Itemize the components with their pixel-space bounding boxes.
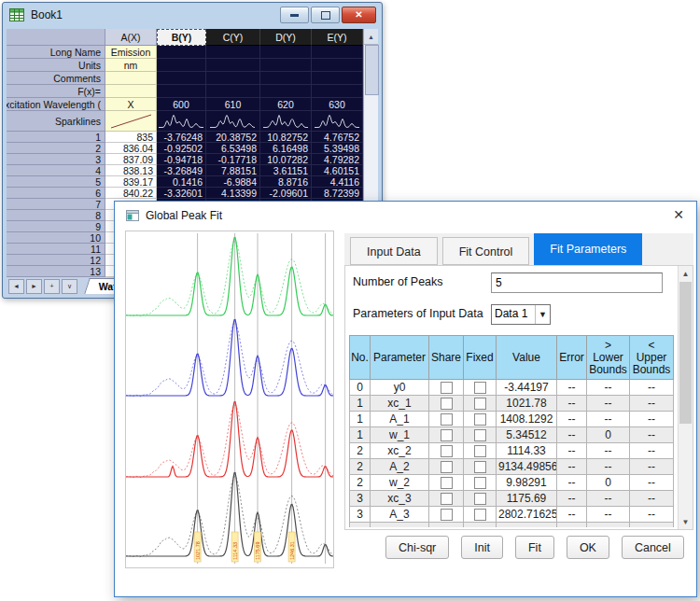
fixed-checkbox[interactable] [474, 493, 486, 505]
a-data-cell[interactable]: 840.22 [105, 188, 157, 199]
sheet-nav-left-button[interactable]: ◄ [8, 279, 24, 294]
data-cell[interactable]: -0.17718 [206, 154, 260, 165]
init-button[interactable]: Init [461, 536, 503, 559]
dialog-titlebar[interactable]: Global Peak Fit [115, 202, 696, 229]
row-number[interactable]: 13 [7, 266, 105, 277]
data-cell[interactable]: 610 [206, 98, 260, 111]
data-cell[interactable]: -0.94718 [157, 154, 206, 165]
data-cell[interactable] [260, 72, 312, 85]
share-checkbox[interactable] [441, 445, 453, 457]
parameter-row[interactable]: 1w_15.34512--0-- [350, 427, 674, 443]
parameter-row[interactable]: 2w_29.98291--0-- [350, 475, 674, 491]
data-cell[interactable] [206, 46, 260, 59]
row-number[interactable]: 4 [7, 165, 105, 176]
panel-scroll-down-icon[interactable]: ▼ [679, 514, 693, 529]
data-cell[interactable]: 4.13399 [206, 188, 260, 199]
row-number[interactable]: 6 [7, 188, 105, 199]
cancel-button[interactable]: Cancel [622, 536, 684, 559]
data-cell[interactable] [312, 85, 363, 98]
tab-fit-parameters[interactable]: Fit Parameters [534, 233, 642, 265]
column-header-cy[interactable]: C(Y) [206, 29, 260, 46]
tab-input-data[interactable]: Input Data [350, 237, 438, 265]
data-cell[interactable] [312, 72, 363, 85]
row-number[interactable]: 2 [7, 143, 105, 154]
parameter-row[interactable]: 0y0-3.44197------ [350, 380, 674, 396]
sparkline-a-cell[interactable] [105, 111, 157, 132]
data-cell[interactable]: 10.07282 [260, 154, 312, 165]
data-cell[interactable] [260, 59, 312, 72]
fixed-checkbox[interactable] [474, 445, 486, 457]
share-checkbox[interactable] [441, 429, 453, 441]
parameter-row[interactable]: 2A_29134.49856------ [350, 459, 674, 475]
parameter-row[interactable]: 3A_32802.71625------ [350, 507, 674, 523]
data-cell[interactable] [157, 46, 206, 59]
share-checkbox[interactable] [441, 413, 453, 426]
number-of-peaks-input[interactable] [491, 273, 663, 293]
data-cell[interactable]: -3.26849 [157, 165, 206, 176]
row-number[interactable]: 5 [7, 176, 105, 188]
data-cell[interactable] [312, 46, 363, 59]
data-cell[interactable]: -3.76248 [157, 132, 206, 143]
share-checkbox[interactable] [441, 398, 453, 410]
panel-scroll-up-icon[interactable]: ▲ [679, 266, 693, 281]
scroll-up-icon[interactable]: ▲ [364, 29, 378, 45]
a-data-cell[interactable]: 835 [105, 132, 157, 143]
tab-fit-control[interactable]: Fit Control [442, 237, 530, 265]
close-button[interactable]: ✕ [342, 7, 376, 23]
a-header-cell[interactable]: nm [105, 59, 157, 72]
fixed-checkbox[interactable] [474, 477, 486, 489]
data-cell[interactable] [260, 46, 312, 59]
data-cell[interactable] [206, 85, 260, 98]
a-data-cell[interactable]: 838.13 [105, 165, 157, 176]
data-cell[interactable]: 4.4116 [312, 176, 363, 188]
sheet-add-button[interactable]: + [44, 279, 60, 294]
row-number[interactable]: 11 [7, 244, 105, 255]
data-cell[interactable]: -0.92502 [157, 143, 206, 154]
row-number[interactable]: 3 [7, 154, 105, 165]
data-cell[interactable]: 620 [260, 98, 312, 111]
input-data-select[interactable]: Data 1 ▼ [491, 304, 551, 325]
ok-button[interactable]: OK [567, 536, 609, 559]
sparkline-cell[interactable] [260, 111, 312, 132]
data-cell[interactable]: 10.82752 [260, 132, 312, 143]
a-header-cell[interactable] [105, 85, 157, 98]
fixed-checkbox[interactable] [474, 382, 486, 394]
scroll-thumb[interactable] [365, 45, 379, 95]
row-number[interactable]: 8 [7, 210, 105, 221]
data-cell[interactable]: 6.16498 [260, 143, 312, 154]
parameter-row[interactable]: 1A_11408.1292------ [350, 412, 674, 427]
row-number[interactable]: 10 [7, 232, 105, 244]
share-checkbox[interactable] [441, 509, 453, 521]
row-number[interactable]: 9 [7, 221, 105, 232]
data-cell[interactable]: -3.32601 [157, 188, 206, 199]
parameter-row[interactable]: 3xc_31175.69------ [350, 491, 674, 507]
data-cell[interactable]: 8.72399 [312, 188, 363, 199]
column-header-ax[interactable]: A(X) [105, 29, 157, 46]
column-header-by[interactable]: B(Y) [157, 29, 206, 46]
a-header-cell[interactable]: Emission [105, 46, 157, 59]
share-checkbox[interactable] [441, 493, 453, 505]
fixed-checkbox[interactable] [474, 413, 486, 426]
data-cell[interactable] [157, 85, 206, 98]
panel-vscrollbar[interactable]: ▲ ▼ [678, 266, 693, 529]
column-header-dy[interactable]: D(Y) [260, 29, 312, 46]
a-data-cell[interactable]: 839.17 [105, 176, 157, 188]
data-cell[interactable]: 4.76752 [312, 132, 363, 143]
sheet-nav-right-button[interactable]: ► [26, 279, 42, 294]
fixed-checkbox[interactable] [474, 398, 486, 410]
data-cell[interactable]: 3.61151 [260, 165, 312, 176]
data-cell[interactable]: 8.8716 [260, 176, 312, 188]
a-header-cell[interactable]: X [105, 98, 157, 111]
data-cell[interactable]: 0.1416 [157, 176, 206, 188]
panel-scroll-thumb[interactable] [679, 282, 692, 424]
row-number[interactable]: 12 [7, 255, 105, 266]
a-header-cell[interactable] [105, 72, 157, 85]
data-cell[interactable]: 7.88151 [206, 165, 260, 176]
sparkline-cell[interactable] [157, 111, 206, 132]
sparkline-cell[interactable] [312, 111, 363, 132]
share-checkbox[interactable] [441, 477, 453, 489]
parameter-row[interactable]: 2xc_21114.33------ [350, 443, 674, 459]
row-number[interactable]: 7 [7, 199, 105, 210]
share-checkbox[interactable] [441, 461, 453, 473]
fit-button[interactable]: Fit [515, 536, 554, 559]
